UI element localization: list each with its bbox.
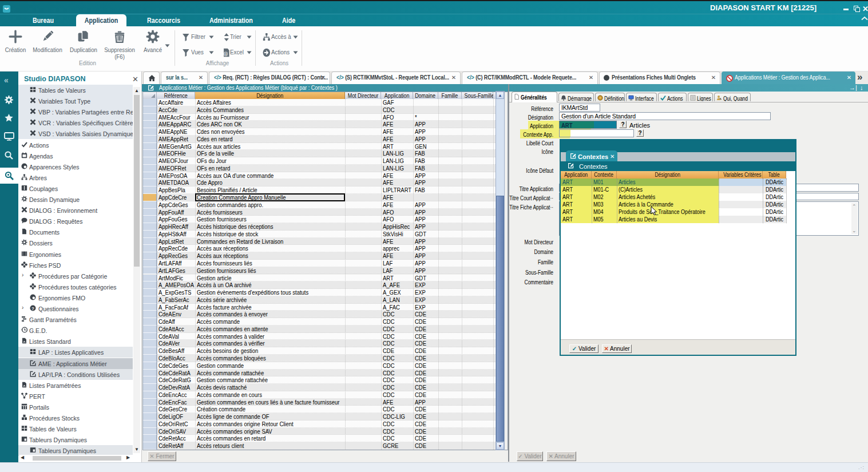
svg-text:?: ?	[31, 306, 34, 311]
